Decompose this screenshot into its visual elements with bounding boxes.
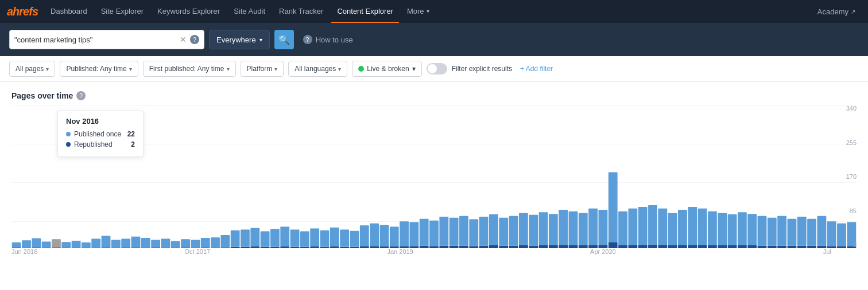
nav-dashboard[interactable]: Dashboard <box>45 0 93 23</box>
svg-rect-57 <box>290 230 300 247</box>
nav-rank-tracker[interactable]: Rank Tracker <box>273 0 329 23</box>
location-dropdown[interactable]: Everywhere ▾ <box>209 30 270 49</box>
svg-rect-120 <box>609 242 618 248</box>
svg-rect-163 <box>817 216 826 246</box>
svg-rect-117 <box>588 209 598 245</box>
svg-rect-153 <box>768 218 777 246</box>
svg-rect-9 <box>52 239 61 247</box>
svg-rect-29 <box>151 240 160 248</box>
svg-rect-113 <box>569 211 578 245</box>
svg-rect-45 <box>231 230 240 247</box>
x-label-3: Apr 2020 <box>590 248 616 255</box>
platform-filter[interactable]: Platform ▾ <box>241 61 284 77</box>
published-filter[interactable]: Published: Any time ▾ <box>60 61 138 77</box>
svg-rect-61 <box>310 228 319 246</box>
svg-rect-105 <box>529 215 538 246</box>
svg-rect-143 <box>718 213 727 245</box>
svg-rect-3 <box>22 240 31 248</box>
y-label-255: 255 <box>846 139 857 146</box>
x-label-0: Jun 2016 <box>11 248 37 255</box>
search-input[interactable] <box>14 36 176 44</box>
svg-rect-67 <box>340 230 349 247</box>
svg-rect-111 <box>559 210 568 245</box>
nav-site-explorer[interactable]: Site Explorer <box>95 0 149 23</box>
platform-arrow-icon: ▾ <box>274 66 277 72</box>
svg-rect-97 <box>489 214 498 245</box>
how-to-use-icon: ? <box>303 35 312 44</box>
svg-rect-145 <box>728 214 737 245</box>
svg-rect-119 <box>598 210 607 245</box>
explicit-filter-toggle[interactable] <box>427 63 447 75</box>
clear-search-button[interactable]: ✕ <box>180 36 187 44</box>
tooltip-date: Nov 2016 <box>66 117 135 126</box>
language-arrow-icon: ▾ <box>338 66 341 72</box>
nav-keywords-explorer[interactable]: Keywords Explorer <box>152 0 226 23</box>
published-arrow-icon: ▾ <box>129 66 132 72</box>
explicit-filter-toggle-wrap: Filter explicit results <box>427 63 512 75</box>
logo[interactable]: ahrefs <box>7 5 38 18</box>
svg-rect-75 <box>380 225 389 246</box>
add-filter-button[interactable]: + Add filter <box>517 62 556 75</box>
svg-rect-15 <box>82 242 91 248</box>
logo-text: ahrefs <box>7 5 38 18</box>
status-filter[interactable]: Live & broken ▾ <box>352 61 421 77</box>
more-arrow-icon: ▾ <box>427 8 429 14</box>
svg-rect-81 <box>409 222 418 246</box>
toggle-knob <box>428 64 437 73</box>
svg-rect-77 <box>390 227 399 247</box>
nav-more[interactable]: More ▾ <box>401 0 435 23</box>
svg-rect-47 <box>241 230 250 247</box>
svg-rect-149 <box>747 214 757 245</box>
status-dot-icon <box>358 66 364 72</box>
search-help-icon[interactable]: ? <box>190 35 199 44</box>
svg-rect-71 <box>360 225 369 246</box>
how-to-use-label: How to use <box>316 36 353 44</box>
y-label-85: 85 <box>850 207 857 214</box>
y-label-170: 170 <box>846 173 857 180</box>
svg-rect-121 <box>609 172 618 242</box>
svg-rect-17 <box>91 238 100 248</box>
svg-rect-155 <box>777 216 786 246</box>
language-filter[interactable]: All languages ▾ <box>288 61 347 77</box>
page-type-filter[interactable]: All pages ▾ <box>9 61 55 77</box>
chart-tooltip: Nov 2016 Published once 22 Republished 2 <box>57 111 144 157</box>
svg-rect-79 <box>400 221 409 246</box>
svg-rect-87 <box>439 217 448 245</box>
svg-rect-109 <box>549 214 558 245</box>
nav-academy[interactable]: Academy ↗ <box>812 7 861 16</box>
svg-rect-147 <box>738 212 747 245</box>
first-published-filter[interactable]: First published: Any time ▾ <box>143 61 236 77</box>
svg-rect-49 <box>250 228 259 246</box>
svg-rect-69 <box>350 231 359 247</box>
svg-rect-133 <box>668 213 677 245</box>
svg-rect-131 <box>658 209 667 245</box>
nav-site-audit[interactable]: Site Audit <box>228 0 271 23</box>
svg-rect-1 <box>12 242 21 248</box>
svg-rect-65 <box>330 228 339 246</box>
chart-title-row: Pages over time ? <box>11 91 857 100</box>
svg-rect-159 <box>797 217 807 245</box>
x-label-4: Jul <box>823 248 831 255</box>
svg-rect-115 <box>579 213 588 245</box>
svg-rect-7 <box>42 241 51 248</box>
chart-section: Pages over time ? Nov 2016 Publish <box>0 82 868 283</box>
svg-rect-37 <box>191 240 200 248</box>
how-to-use-link[interactable]: ? How to use <box>299 35 358 44</box>
page-type-arrow-icon: ▾ <box>46 66 49 72</box>
nav-content-explorer[interactable]: Content Explorer <box>331 0 399 23</box>
chart-help-icon[interactable]: ? <box>76 91 86 100</box>
tooltip-row-published: Published once 22 <box>66 130 135 138</box>
location-label: Everywhere <box>216 36 256 44</box>
svg-rect-89 <box>450 218 459 246</box>
svg-rect-51 <box>261 231 270 246</box>
svg-rect-107 <box>539 212 548 245</box>
svg-rect-13 <box>72 241 81 248</box>
y-axis: 340 255 170 85 0 <box>834 105 857 260</box>
svg-rect-43 <box>220 235 230 248</box>
tooltip-republished-value: 2 <box>131 140 135 148</box>
search-button[interactable]: 🔍 <box>274 30 294 49</box>
svg-rect-5 <box>32 238 41 248</box>
svg-rect-137 <box>688 207 697 245</box>
svg-rect-139 <box>698 209 707 245</box>
svg-rect-25 <box>131 237 141 248</box>
